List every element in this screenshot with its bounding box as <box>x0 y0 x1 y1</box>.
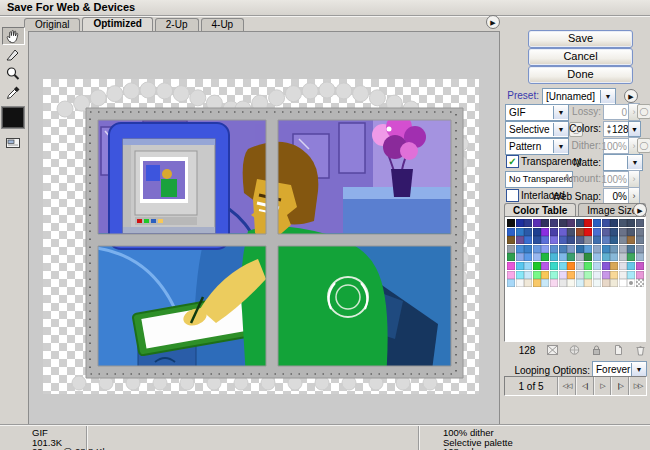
colors-dropdown-button[interactable]: ▼ <box>628 121 641 137</box>
color-swatch[interactable] <box>567 245 575 253</box>
color-swatch[interactable] <box>516 236 524 244</box>
color-swatch[interactable] <box>559 245 567 253</box>
color-swatch[interactable] <box>610 245 618 253</box>
color-swatch[interactable] <box>593 245 601 253</box>
done-button[interactable]: Done <box>528 66 633 84</box>
color-table-menu-button[interactable]: ▶ <box>633 203 647 217</box>
palette-select[interactable]: Selective▼ <box>505 121 569 138</box>
lock-color-icon[interactable] <box>589 344 603 356</box>
color-swatch[interactable] <box>584 219 592 227</box>
color-swatch[interactable] <box>516 228 524 236</box>
color-swatch[interactable] <box>550 279 558 287</box>
color-swatch[interactable] <box>516 271 524 279</box>
color-swatch[interactable] <box>559 253 567 261</box>
color-swatch[interactable] <box>559 279 567 287</box>
color-swatch[interactable] <box>636 271 644 279</box>
color-swatch[interactable] <box>636 262 644 270</box>
color-swatch[interactable] <box>559 236 567 244</box>
color-swatch[interactable] <box>516 245 524 253</box>
color-swatch[interactable] <box>610 228 618 236</box>
color-swatch[interactable] <box>524 262 532 270</box>
color-swatch[interactable] <box>593 236 601 244</box>
color-swatch[interactable] <box>507 236 515 244</box>
tab-4-up[interactable]: 4-Up <box>201 18 245 31</box>
color-swatch[interactable] <box>602 228 610 236</box>
matte-select[interactable]: ▼ <box>603 154 643 171</box>
color-swatch[interactable] <box>524 271 532 279</box>
color-swatch[interactable] <box>524 253 532 261</box>
color-swatch[interactable] <box>627 236 635 244</box>
color-swatch[interactable] <box>610 219 618 227</box>
new-color-icon[interactable] <box>611 344 625 356</box>
color-swatch[interactable] <box>507 279 515 287</box>
color-swatch[interactable] <box>593 271 601 279</box>
optimize-menu-button[interactable]: ▶ <box>624 89 638 103</box>
color-swatch[interactable] <box>550 245 558 253</box>
color-swatch[interactable] <box>541 253 549 261</box>
color-swatch[interactable] <box>507 262 515 270</box>
color-swatch[interactable] <box>619 279 627 287</box>
color-swatch[interactable] <box>627 219 635 227</box>
eyedropper-tool[interactable] <box>2 84 25 102</box>
slice-select-tool[interactable] <box>2 46 25 64</box>
last-frame-button[interactable]: ▷▷ <box>629 377 646 395</box>
dither-mask-icon[interactable]: ◯ <box>637 138 650 153</box>
color-swatch[interactable] <box>541 236 549 244</box>
color-swatch[interactable] <box>636 236 644 244</box>
color-swatch[interactable] <box>507 219 515 227</box>
preset-select[interactable]: [Unnamed]▼ <box>542 88 616 105</box>
color-swatch[interactable] <box>576 219 584 227</box>
color-swatch[interactable] <box>533 253 541 261</box>
color-swatch[interactable] <box>602 262 610 270</box>
color-swatch[interactable] <box>584 228 592 236</box>
color-swatch[interactable] <box>533 219 541 227</box>
toggle-slices-visibility-button[interactable] <box>2 134 25 152</box>
color-swatch[interactable] <box>541 262 549 270</box>
color-swatch[interactable] <box>593 219 601 227</box>
color-swatch[interactable] <box>533 236 541 244</box>
color-swatch[interactable] <box>567 279 575 287</box>
color-swatch[interactable] <box>507 271 515 279</box>
color-swatch[interactable] <box>584 262 592 270</box>
color-swatch[interactable] <box>610 271 618 279</box>
color-swatch[interactable] <box>524 279 532 287</box>
color-swatch[interactable] <box>567 262 575 270</box>
color-swatch[interactable] <box>576 228 584 236</box>
color-swatch[interactable] <box>619 236 627 244</box>
cancel-button[interactable]: Cancel <box>528 48 633 66</box>
zoom-tool[interactable] <box>2 65 25 83</box>
color-swatch[interactable] <box>550 262 558 270</box>
color-swatch[interactable] <box>619 245 627 253</box>
color-swatch[interactable] <box>584 271 592 279</box>
preview-menu-button[interactable]: ▶ <box>486 15 500 29</box>
color-swatch[interactable] <box>602 219 610 227</box>
color-swatch[interactable] <box>619 228 627 236</box>
web-shift-icon[interactable] <box>567 344 581 356</box>
color-swatch[interactable] <box>550 253 558 261</box>
color-swatch[interactable] <box>627 279 635 287</box>
color-swatch[interactable] <box>610 262 618 270</box>
color-swatch[interactable] <box>524 219 532 227</box>
color-swatch[interactable] <box>619 271 627 279</box>
color-swatch[interactable] <box>602 245 610 253</box>
color-swatch[interactable] <box>550 271 558 279</box>
color-swatch[interactable] <box>559 262 567 270</box>
dither-method-select[interactable]: Pattern▼ <box>505 138 569 155</box>
color-swatch[interactable] <box>550 228 558 236</box>
color-swatch[interactable] <box>524 236 532 244</box>
transparency-checkbox[interactable]: ✓ <box>506 155 519 168</box>
next-frame-button[interactable]: |▷ <box>611 377 629 395</box>
color-swatch[interactable] <box>576 279 584 287</box>
color-swatch[interactable] <box>619 253 627 261</box>
color-swatch[interactable] <box>593 228 601 236</box>
color-swatch[interactable] <box>619 219 627 227</box>
color-swatch[interactable] <box>567 253 575 261</box>
chevron-down-icon[interactable]: ▼ <box>553 140 568 153</box>
color-swatch[interactable] <box>627 271 635 279</box>
color-swatch[interactable] <box>576 271 584 279</box>
color-swatch[interactable] <box>593 262 601 270</box>
color-swatch[interactable] <box>627 253 635 261</box>
color-swatch[interactable] <box>533 279 541 287</box>
color-swatch[interactable] <box>627 262 635 270</box>
color-swatch[interactable] <box>541 271 549 279</box>
